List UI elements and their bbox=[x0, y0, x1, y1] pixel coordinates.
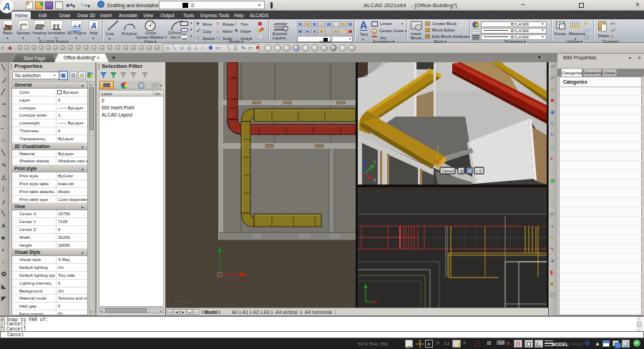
svg-text:Z: Z bbox=[360, 156, 362, 160]
svg-text:B: B bbox=[469, 169, 472, 173]
svg-text:< 0: < 0 bbox=[476, 169, 482, 173]
svg-text:Cancel: Cancel bbox=[442, 169, 454, 173]
svg-text:@: @ bbox=[460, 169, 464, 173]
svg-text:over 100: over 100 bbox=[175, 299, 192, 303]
